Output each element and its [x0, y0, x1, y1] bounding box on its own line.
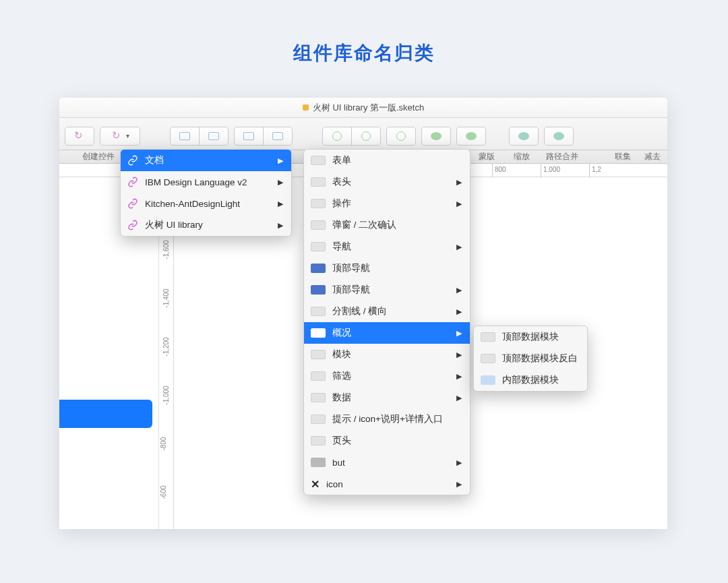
transform-tool-2[interactable] — [263, 127, 293, 146]
align-group — [170, 127, 229, 146]
menu-item-label: 顶部数据模块反白 — [502, 352, 579, 365]
menu-item-ibm[interactable]: IBM Design Language v2 ▶ — [121, 171, 291, 193]
chevron-right-icon: ▶ — [456, 458, 462, 467]
menu-item-data[interactable]: 数据 ▶ — [304, 387, 470, 408]
label-subtract: 减去 — [643, 151, 662, 162]
menu-item-popup[interactable]: 弹窗 / 二次确认 — [304, 214, 470, 236]
zoom-icon — [431, 132, 442, 140]
transform-group — [234, 127, 293, 146]
align-icon — [208, 132, 219, 140]
label-zoom: 缩放 — [507, 151, 537, 162]
label-mask: 蒙版 — [472, 151, 502, 162]
page-title: 组件库命名归类 — [0, 0, 728, 93]
ruler-tick: -1,600 — [162, 240, 170, 259]
menu-item-kitchen[interactable]: Kitchen-AntDesignLight ▶ — [121, 193, 291, 214]
menu-item-label: 数据 — [332, 392, 450, 404]
menu-item-overview[interactable]: 概况 ▶ — [304, 322, 470, 344]
menu-item-huoshu[interactable]: 火树 UI library ▶ — [121, 214, 291, 236]
insert-dropdown[interactable]: ▾ — [100, 127, 140, 146]
subtract-button[interactable] — [544, 127, 574, 146]
sync-button[interactable] — [65, 127, 94, 146]
chevron-down-icon: ▾ — [126, 132, 129, 140]
menu-item-page-header[interactable]: 页头 — [304, 430, 470, 452]
library-menu: 文档 ▶ IBM Design Language v2 ▶ Kitchen-An… — [120, 149, 292, 237]
preview-icon — [311, 415, 326, 424]
label-path-merge: 路径合并 — [542, 151, 582, 162]
menu-item-divider[interactable]: 分割线 / 横向 ▶ — [304, 301, 470, 322]
menu-item-label: 页头 — [332, 435, 462, 447]
menu-item-tip[interactable]: 提示 / icon+说明+详情入口 — [304, 408, 470, 430]
menu-item-label: 顶部导航 — [332, 284, 450, 296]
chevron-right-icon: ▶ — [456, 394, 462, 402]
chevron-right-icon: ▶ — [456, 329, 462, 338]
align-icon — [179, 132, 190, 140]
path-merge-button[interactable] — [456, 127, 486, 146]
chevron-right-icon: ▶ — [456, 200, 462, 208]
ruler-tick: -800 — [160, 437, 167, 450]
shape-tool-2[interactable] — [351, 127, 381, 146]
transform-icon — [243, 132, 254, 140]
menu-item-label: 操作 — [332, 197, 450, 210]
chevron-right-icon: ▶ — [456, 372, 462, 381]
chevron-right-icon: ▶ — [456, 178, 462, 187]
menu-item-header[interactable]: 表头 ▶ — [304, 171, 470, 193]
union-button[interactable] — [509, 127, 539, 146]
category-menu: 表单 表头 ▶ 操作 ▶ 弹窗 / 二次确认 导航 ▶ 顶部导航 顶部导航 ▶ … — [303, 149, 471, 495]
menu-item-label: 表头 — [332, 176, 450, 188]
window-title: 火树 UI library 第一版.sketch — [313, 102, 424, 114]
menu-item-inner-data[interactable]: 内部数据模块 — [474, 369, 587, 391]
align-tool-2[interactable] — [199, 127, 229, 146]
menu-item-label: 顶部导航 — [332, 262, 462, 274]
menu-item-document[interactable]: 文档 ▶ — [121, 150, 291, 171]
menu-item-but[interactable]: but ▶ — [304, 452, 470, 473]
zoom-button[interactable] — [421, 127, 451, 146]
menu-item-label: Kitchen-AntDesignLight — [145, 199, 271, 209]
transform-tool-1[interactable] — [234, 127, 264, 146]
chevron-right-icon: ▶ — [456, 480, 462, 489]
menu-item-filter[interactable]: 筛选 ▶ — [304, 365, 470, 387]
menu-item-topnav2[interactable]: 顶部导航 ▶ — [304, 279, 470, 301]
align-tool-1[interactable] — [170, 127, 200, 146]
menu-item-action[interactable]: 操作 ▶ — [304, 193, 470, 214]
toolbar: ▾ — [59, 118, 667, 150]
ruler-tick: -1,000 — [162, 386, 170, 404]
menu-item-label: 提示 / icon+说明+详情入口 — [332, 413, 462, 425]
close-icon: ✕ — [311, 478, 320, 491]
menu-item-label: icon — [326, 479, 450, 489]
chevron-right-icon: ▶ — [278, 156, 283, 165]
preview-icon — [311, 458, 326, 467]
menu-item-label: 弹窗 / 二次确认 — [332, 219, 462, 231]
menu-item-label: IBM Design Language v2 — [145, 177, 271, 187]
link-icon — [127, 198, 138, 209]
menu-item-topnav1[interactable]: 顶部导航 — [304, 257, 470, 279]
selected-layer-indicator[interactable] — [59, 400, 152, 428]
menu-item-top-data[interactable]: 顶部数据模块 — [474, 326, 587, 348]
chevron-right-icon: ▶ — [456, 350, 462, 359]
link-icon — [127, 177, 138, 187]
preview-icon — [311, 307, 326, 316]
menu-item-top-data-invert[interactable]: 顶部数据模块反白 — [474, 348, 587, 369]
circle-icon — [361, 131, 371, 141]
menu-item-label: 导航 — [332, 241, 450, 253]
sync-icon — [111, 131, 123, 141]
shape-tool-1[interactable] — [322, 127, 352, 146]
menu-item-label: 概况 — [332, 327, 450, 339]
chevron-right-icon: ▶ — [278, 200, 283, 208]
menu-item-form[interactable]: 表单 — [304, 150, 470, 171]
preview-icon — [311, 371, 326, 381]
union-icon — [518, 132, 529, 140]
chevron-right-icon: ▶ — [278, 221, 283, 230]
ruler-tick: 1,2 — [589, 164, 601, 177]
menu-item-module[interactable]: 模块 ▶ — [304, 344, 470, 365]
preview-icon — [311, 199, 326, 208]
menu-item-icon[interactable]: ✕ icon ▶ — [304, 473, 470, 495]
preview-icon — [311, 350, 326, 359]
label-union: 联集 — [608, 151, 638, 162]
preview-icon — [311, 220, 326, 230]
menu-item-nav[interactable]: 导航 ▶ — [304, 236, 470, 257]
mask-icon — [396, 131, 406, 141]
chevron-right-icon: ▶ — [278, 178, 283, 187]
mask-button[interactable] — [386, 127, 416, 146]
preview-icon — [311, 156, 326, 165]
document-icon — [303, 104, 309, 111]
